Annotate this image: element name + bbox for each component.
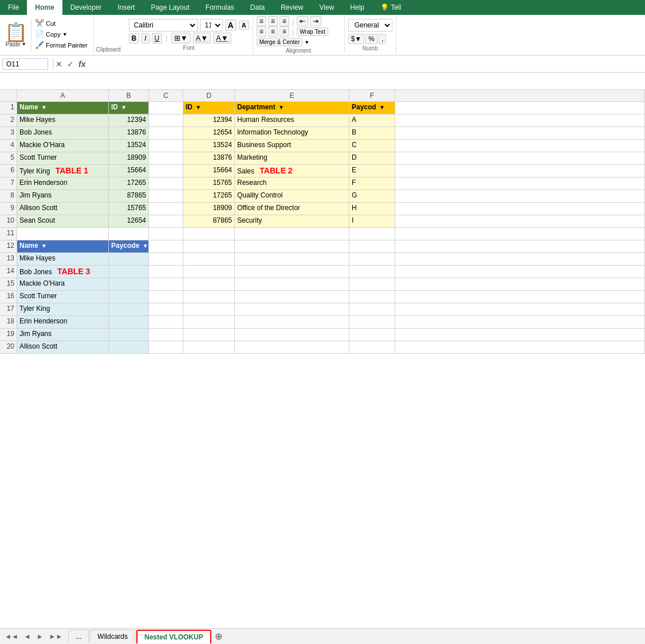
cell-f16[interactable] xyxy=(349,291,395,303)
cell-b2[interactable]: 12394 xyxy=(109,114,149,127)
cell-d6[interactable]: 15664 xyxy=(183,165,235,177)
cell-a8[interactable]: Jim Ryans xyxy=(17,190,109,203)
cell-b12[interactable]: Paycode ▼ xyxy=(109,240,149,253)
cell-a1[interactable]: Name ▼ xyxy=(17,102,109,114)
col-header-e[interactable]: E xyxy=(235,90,349,102)
align-top-left-button[interactable]: ≡ xyxy=(257,16,266,26)
align-bottom-center-button[interactable]: ≡ xyxy=(268,26,278,37)
cell-c13[interactable] xyxy=(149,253,183,266)
cut-button[interactable]: ✂️ Cut xyxy=(34,18,89,28)
cell-e11[interactable] xyxy=(235,228,349,240)
cell-c14[interactable] xyxy=(149,266,183,278)
cell-a9[interactable]: Allison Scott xyxy=(17,203,109,215)
cell-f6[interactable]: E xyxy=(349,165,395,177)
cell-f12[interactable] xyxy=(349,240,395,253)
cell-d14[interactable] xyxy=(183,266,235,278)
cell-reference-input[interactable] xyxy=(2,58,48,70)
cell-d2[interactable]: 12394 xyxy=(183,114,235,127)
cell-f9[interactable]: H xyxy=(349,203,395,215)
confirm-icon[interactable]: ✓ xyxy=(67,60,74,69)
cell-e15[interactable] xyxy=(235,278,349,291)
cell-f13[interactable] xyxy=(349,253,395,266)
align-top-right-button[interactable]: ≡ xyxy=(280,16,289,26)
cell-a3[interactable]: Bob Jones xyxy=(17,127,109,140)
cell-b13[interactable] xyxy=(109,253,149,266)
col-header-c[interactable]: C xyxy=(149,90,183,102)
cell-e18[interactable] xyxy=(235,316,349,329)
cell-d20[interactable] xyxy=(183,341,235,354)
cell-c1[interactable] xyxy=(149,102,183,114)
cell-f18[interactable] xyxy=(349,316,395,329)
cell-b8[interactable]: 87865 xyxy=(109,190,149,203)
tab-help[interactable]: Help xyxy=(342,0,372,15)
cell-c17[interactable] xyxy=(149,303,183,316)
cell-f5[interactable]: D xyxy=(349,152,395,165)
cell-e19[interactable] xyxy=(235,329,349,341)
cell-d15[interactable] xyxy=(183,278,235,291)
underline-button[interactable]: U xyxy=(152,33,163,44)
cell-f4[interactable]: C xyxy=(349,140,395,152)
cell-f2[interactable]: A xyxy=(349,114,395,127)
fill-color-button[interactable]: A▼ xyxy=(193,33,211,44)
cell-d9[interactable]: 18909 xyxy=(183,203,235,215)
cell-c11[interactable] xyxy=(149,228,183,240)
cell-f7[interactable]: F xyxy=(349,177,395,190)
cell-c8[interactable] xyxy=(149,190,183,203)
cell-b3[interactable]: 13876 xyxy=(109,127,149,140)
cell-b10[interactable]: 12654 xyxy=(109,215,149,228)
cell-f15[interactable] xyxy=(349,278,395,291)
cell-b1[interactable]: ID ▼ xyxy=(109,102,149,114)
cell-b14[interactable] xyxy=(109,266,149,278)
cell-b16[interactable] xyxy=(109,291,149,303)
cell-d12[interactable] xyxy=(183,240,235,253)
cell-b17[interactable] xyxy=(109,303,149,316)
tab-view[interactable]: View xyxy=(312,0,343,15)
cell-a16[interactable]: Scott Turner xyxy=(17,291,109,303)
cell-a4[interactable]: Mackie O'Hara xyxy=(17,140,109,152)
align-top-center-button[interactable]: ≡ xyxy=(268,16,278,26)
percent-button[interactable]: % xyxy=(365,34,377,44)
cell-b5[interactable]: 18909 xyxy=(109,152,149,165)
cell-f19[interactable] xyxy=(349,329,395,341)
cell-e2[interactable]: Human Resources xyxy=(235,114,349,127)
cell-b18[interactable] xyxy=(109,316,149,329)
cell-e10[interactable]: Security xyxy=(235,215,349,228)
col-header-f[interactable]: F xyxy=(349,90,395,102)
cell-f3[interactable]: B xyxy=(349,127,395,140)
tab-data[interactable]: Data xyxy=(242,0,273,15)
cell-a2[interactable]: Mike Hayes xyxy=(17,114,109,127)
cell-c9[interactable] xyxy=(149,203,183,215)
cell-d7[interactable]: 15765 xyxy=(183,177,235,190)
cell-e6[interactable]: Sales TABLE 2 xyxy=(235,165,349,177)
cell-c19[interactable] xyxy=(149,329,183,341)
col-header-d[interactable]: D xyxy=(183,90,235,102)
cell-b19[interactable] xyxy=(109,329,149,341)
cell-a10[interactable]: Sean Scout xyxy=(17,215,109,228)
bold-button[interactable]: B xyxy=(129,33,140,44)
font-family-select[interactable]: Calibri xyxy=(129,19,198,31)
insert-function-icon[interactable]: fx xyxy=(78,60,85,69)
cell-e13[interactable] xyxy=(235,253,349,266)
formula-input[interactable] xyxy=(90,58,643,69)
cell-d8[interactable]: 17265 xyxy=(183,190,235,203)
cell-e1[interactable]: Department ▼ xyxy=(235,102,349,114)
cell-d17[interactable] xyxy=(183,303,235,316)
cell-f14[interactable] xyxy=(349,266,395,278)
cell-a18[interactable]: Erin Henderson xyxy=(17,316,109,329)
cell-e17[interactable] xyxy=(235,303,349,316)
cell-c18[interactable] xyxy=(149,316,183,329)
cell-e4[interactable]: Business Support xyxy=(235,140,349,152)
cell-d3[interactable]: 12654 xyxy=(183,127,235,140)
cell-d13[interactable] xyxy=(183,253,235,266)
cell-d1[interactable]: ID ▼ xyxy=(183,102,235,114)
font-shrink-button[interactable]: A xyxy=(239,21,249,30)
decrease-indent-button[interactable]: ⇤ xyxy=(297,16,308,26)
border-button[interactable]: ⊞▼ xyxy=(171,33,191,44)
cell-e3[interactable]: Information Technology xyxy=(235,127,349,140)
col-header-b[interactable]: B xyxy=(109,90,149,102)
cell-e9[interactable]: Office of the Director xyxy=(235,203,349,215)
cell-e12[interactable] xyxy=(235,240,349,253)
cell-c12[interactable] xyxy=(149,240,183,253)
cell-c4[interactable] xyxy=(149,140,183,152)
cell-a5[interactable]: Scott Turner xyxy=(17,152,109,165)
